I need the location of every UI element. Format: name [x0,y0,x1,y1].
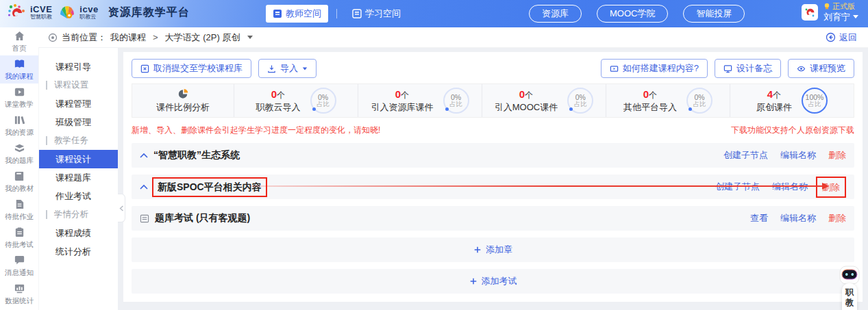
header-quick-links: 资源库 MOOC学院 智能投屏 [529,5,745,23]
statistics-icon [14,283,25,294]
textbook-icon [14,170,25,182]
add-chapter-label: 添加章 [486,244,512,256]
stat-percent-ring: 0% 占比 [310,88,336,114]
design-memo-button[interactable]: 设计备忘 [715,59,781,78]
sidebar-item-label: 待批作业 [5,212,34,222]
sidebar-item-notifications[interactable]: 消息通知 [0,252,38,280]
stat-resource-lib-import: 0个 引入资源库课件 0% 占比 [358,84,482,117]
platform-title: 资源库教学平台 [108,5,190,20]
sidebar-item-home[interactable]: 首页 [0,27,38,55]
breadcrumb-current[interactable]: 大学语文 (2P) 原创 [165,31,240,44]
stat-unit: 个 [401,90,409,100]
mooc-academy-button[interactable]: MOOC学院 [597,5,668,23]
sidebar-item-label: 消息通知 [5,268,34,278]
sidebar-item-my-textbooks[interactable]: 我的教材 [0,168,38,196]
sidebar-item-data-statistics[interactable]: 数据统计 [0,280,38,308]
delete-link[interactable]: 删除 [828,149,846,162]
stat-label: 引入资源库课件 [371,102,434,114]
homework-doc-icon [14,198,25,210]
avatar[interactable] [802,4,818,21]
create-child-node-link[interactable]: 创建子节点 [723,149,768,162]
stat-other-platform-import: 0个 其他平台导入 0% 占比 [606,84,730,117]
import-icon [267,64,276,73]
sidebar-item-pending-exams[interactable]: 待批考试 [0,224,38,252]
chevron-down-icon [303,67,307,70]
sidebar-item-label: 待批考试 [5,240,34,250]
annotation-arrow [249,185,823,187]
cancel-submit-label: 取消提交至学校课程库 [153,62,243,75]
icve-zhijiaoyun-logo: icve 职教云 [58,3,98,21]
course-preview-button[interactable]: 课程预览 [788,59,854,78]
cancel-submit-button[interactable]: 取消提交至学校课程库 [132,59,251,78]
username: 刘育宁 [823,12,850,23]
stat-unit: 个 [277,90,285,100]
assistant-widget[interactable]: 职 教 [836,266,863,310]
smart-casting-button[interactable]: 智能投屏 [683,5,745,23]
menu-item-course-question-bank[interactable]: 课程题库 [39,168,118,187]
stat-percent-caption: 占比 [808,101,821,107]
breadcrumb-prefix: 当前位置： [62,31,106,44]
sidebar-item-classroom-teaching[interactable]: 课堂教学 [0,83,38,112]
breadcrumb: 当前位置： 我的课程 > 大学语文 (2P) 原创 [48,31,253,44]
icve-logo-icon [7,3,27,22]
stat-label: 其他平台导入 [623,102,677,114]
add-exam-button[interactable]: 添加考试 [132,269,854,294]
chevron-up-icon[interactable] [140,153,148,158]
annotation-box-delete: 删除 [816,177,846,198]
back-label: 返回 [839,31,857,44]
user-menu[interactable]: 刘育宁 [823,12,858,23]
logo2-subtitle: 职教云 [79,14,98,20]
sidebar-item-label: 数据统计 [5,296,34,306]
primary-sidebar: 首页 我的课程 课堂教学 我的资源 我的题库 我的教材 待批作业 待批考试 消息… [0,27,38,310]
sidebar-collapse-handle[interactable] [118,194,125,222]
learning-space-icon [352,9,362,18]
menu-item-course-design[interactable]: 课程设计 [39,150,118,168]
tab-teacher-space[interactable]: 教师空间 [266,5,328,23]
create-child-node-link[interactable]: 创建子节点 [715,181,760,193]
change-warning-text: 新增、导入、删除课件会引起学生学习进度一定程度的变化，请知晓! [132,125,380,136]
add-chapter-button[interactable]: 添加章 [132,237,854,262]
logo-subtitle: 智慧职教 [30,14,52,20]
menu-item-statistical-analysis[interactable]: 统计分析 [39,242,118,261]
edit-name-link[interactable]: 编辑名称 [780,149,816,162]
library-icon [14,114,25,126]
import-label: 导入 [280,62,298,75]
plus-icon [473,246,482,254]
menu-item-course-grades[interactable]: 课程成绩 [39,224,118,242]
sidebar-item-my-question-bank[interactable]: 我的题库 [0,140,38,168]
menu-item-homework-exam[interactable]: 作业考试 [39,187,118,205]
menu-item-course-management[interactable]: 课程管理 [39,94,118,113]
sidebar-item-my-courses[interactable]: 我的课程 [0,55,38,83]
edit-name-link[interactable]: 编辑名称 [780,212,816,224]
how-to-build-button[interactable]: 如何搭建课程内容? [601,59,708,78]
sidebar-item-pending-homework[interactable]: 待批作业 [0,196,38,224]
stat-mooc-import: 0个 引入MOOC课件 0% 占比 [482,84,606,117]
version-badge: 正式版 [823,2,858,12]
menu-item-class-management[interactable]: 班级管理 [39,113,118,131]
brand-area: iCVE 智慧职教 icve 职教云 资源库教学平台 [7,3,190,22]
courseware-stats-bar: 课件比例分析 0个 职教云导入 0% 占比 0个 引入资源库课件 0% 占比 [132,83,854,118]
course-design-panel: 取消提交至学校课程库 导入 如何搭建课程内容? [123,52,863,302]
chapter-title: “智慧职教”生态系统 [153,149,240,162]
stat-count: 0 [271,88,277,100]
back-button[interactable]: 返回 [826,31,857,44]
stat-percent-ring: 100% 占比 [802,88,828,114]
sidebar-item-my-resources[interactable]: 我的资源 [0,112,38,140]
menu-item-course-guide[interactable]: 课程引导 [39,57,118,76]
chevron-up-icon[interactable] [140,184,148,190]
monitor-icon [723,64,732,73]
import-button[interactable]: 导入 [258,59,317,78]
view-link[interactable]: 查看 [750,212,768,224]
breadcrumb-root[interactable]: 我的课程 [110,31,146,44]
chevron-left-icon [119,205,124,211]
video-guide-icon [610,64,619,73]
stat-count: 0 [395,88,401,100]
delete-link[interactable]: 删除 [828,212,846,224]
exam-row-question-bank: 题库考试 (只有客观题) 查看 编辑名称 删除 [132,206,854,231]
chevron-down-icon[interactable] [247,36,253,39]
user-area: 正式版 刘育宁 [802,2,858,23]
edit-name-link[interactable]: 编辑名称 [772,181,808,193]
tab-learning-space[interactable]: 学习空间 [345,5,408,23]
row-actions: 查看 编辑名称 删除 [738,212,846,224]
resource-library-button[interactable]: 资源库 [529,5,582,23]
